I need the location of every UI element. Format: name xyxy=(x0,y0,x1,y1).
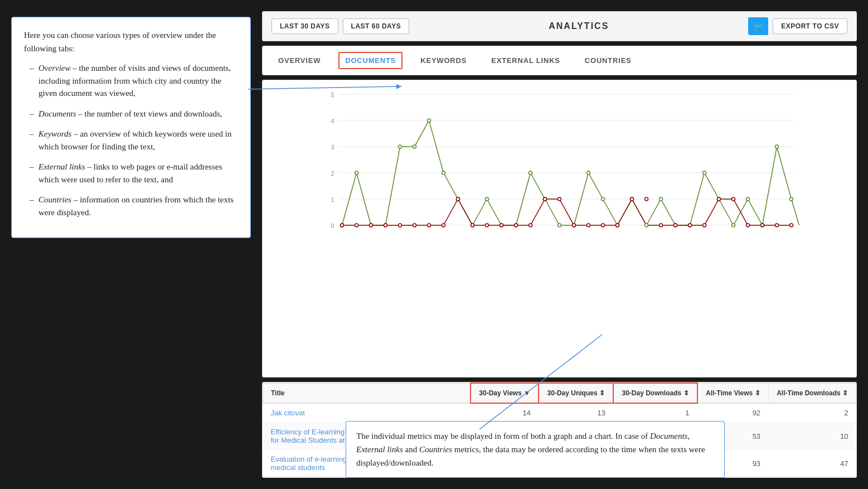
red-dot xyxy=(688,224,692,227)
red-dot xyxy=(631,197,634,201)
red-dot xyxy=(486,224,489,227)
col-alltime-downloads[interactable]: All-Time Downloads ⇕ xyxy=(768,383,856,403)
green-dot xyxy=(587,171,590,175)
help-tooltip-left: Here you can choose various types of ove… xyxy=(11,17,251,238)
line-chart: 0 1 2 3 4 5 xyxy=(274,91,845,236)
red-dot xyxy=(457,197,460,201)
y-label-0: 0 xyxy=(331,222,334,229)
list-item-documents: Documents – the number of text views and… xyxy=(30,108,238,120)
red-dot xyxy=(790,224,793,227)
row-downloadsall-2: 10 xyxy=(768,423,856,450)
page-title: ANALYTICS xyxy=(414,21,744,31)
col-30day-views[interactable]: 30-Day Views ▼ xyxy=(471,383,539,403)
red-dot xyxy=(660,224,663,227)
y-label-2: 2 xyxy=(331,170,334,177)
last-60-days-button[interactable]: LAST 60 DAYS xyxy=(343,18,410,34)
feature-list: Overview – the number of visits and view… xyxy=(24,62,238,219)
row-viewsall-1: 92 xyxy=(697,403,769,423)
red-dot xyxy=(515,224,518,227)
tab-external-links[interactable]: EXTERNAL LINKS xyxy=(484,52,567,69)
twitter-button[interactable]: 🐦 xyxy=(748,17,768,35)
col-alltime-views[interactable]: All-Time Views ⇕ xyxy=(697,383,769,403)
col-30day-uniques[interactable]: 30-Day Uniques ⇕ xyxy=(539,383,613,403)
export-csv-button[interactable]: EXPORT TO CSV xyxy=(773,18,847,34)
green-dot xyxy=(775,145,779,148)
green-dot xyxy=(602,197,605,201)
tab-documents[interactable]: DOCUMENTS xyxy=(338,52,403,69)
red-dot xyxy=(384,224,387,227)
row-title-1[interactable]: Jak citovat xyxy=(263,403,471,423)
green-dot xyxy=(486,197,489,201)
y-label-5: 5 xyxy=(331,91,334,98)
last-30-days-button[interactable]: LAST 30 DAYS xyxy=(271,18,338,34)
red-dot xyxy=(717,197,721,201)
tabs-bar: OVERVIEW DOCUMENTS KEYWORDS EXTERNAL LIN… xyxy=(262,46,857,75)
red-dot xyxy=(399,224,402,227)
red-dot xyxy=(761,224,764,227)
twitter-icon: 🐦 xyxy=(753,21,764,32)
list-item-countries: Countries – information on countries fro… xyxy=(30,193,238,219)
tab-overview[interactable]: OVERVIEW xyxy=(271,52,327,69)
green-dot xyxy=(529,171,532,175)
col-30day-downloads[interactable]: 30-Day Downloads ⇕ xyxy=(613,383,697,403)
tab-countries[interactable]: COUNTRIES xyxy=(578,52,638,69)
red-dot xyxy=(587,224,590,227)
green-dot xyxy=(645,224,648,227)
red-dot xyxy=(471,224,474,227)
tab-keywords[interactable]: KEYWORDS xyxy=(414,52,473,69)
red-dot xyxy=(529,224,532,227)
green-dot xyxy=(790,197,793,201)
red-dot xyxy=(703,224,706,227)
feature-label-countries: Countries xyxy=(38,195,71,204)
row-uniques30-1: 13 xyxy=(539,403,613,423)
bottom-tooltip-italic1: Documents xyxy=(650,432,688,440)
red-dot xyxy=(602,224,605,227)
feature-label-keywords: Keywords xyxy=(38,129,71,138)
bottom-tooltip-italic2: External links xyxy=(356,445,403,454)
red-dot xyxy=(428,224,431,227)
list-item-overview: Overview – the number of visits and view… xyxy=(30,62,238,100)
red-dot xyxy=(746,224,750,227)
row-views30-1: 14 xyxy=(471,403,539,423)
red-dot xyxy=(442,224,445,227)
red-dot xyxy=(544,197,547,201)
red-dot xyxy=(355,224,358,227)
intro-text: Here you can choose various types of ove… xyxy=(24,28,238,55)
y-label-4: 4 xyxy=(331,118,334,124)
col-title: Title xyxy=(263,383,471,403)
bottom-tooltip-italic3: Countries xyxy=(419,445,452,454)
help-tooltip-bottom: The individual metrics may be displayed … xyxy=(346,421,725,478)
red-dot xyxy=(674,224,677,227)
red-dot xyxy=(370,224,373,227)
table-header-row: Title 30-Day Views ▼ 30-Day Uniques ⇕ 30… xyxy=(263,383,856,403)
analytics-panel: LAST 30 DAYS LAST 60 DAYS ANALYTICS 🐦 EX… xyxy=(262,11,857,478)
row-downloads30-1: 1 xyxy=(613,403,697,423)
green-dot xyxy=(703,171,706,175)
red-dot xyxy=(500,224,503,227)
feature-label-external-links: External links xyxy=(38,162,85,171)
red-dot xyxy=(341,224,344,227)
red-dot xyxy=(732,197,735,201)
green-dot xyxy=(732,224,735,227)
table-row: Jak citovat 14 13 1 92 2 xyxy=(263,403,856,423)
green-dot xyxy=(399,145,402,148)
green-dot xyxy=(413,145,416,148)
top-toolbar: LAST 30 DAYS LAST 60 DAYS ANALYTICS 🐦 EX… xyxy=(262,11,857,41)
feature-label-overview: Overview xyxy=(38,64,70,72)
feature-label-documents: Documents xyxy=(38,109,76,118)
green-dot xyxy=(442,171,445,175)
feature-desc-documents: – the number of text views and downloads… xyxy=(76,109,222,118)
bottom-tooltip-text2: , xyxy=(687,432,690,440)
y-label-1: 1 xyxy=(331,196,334,203)
bottom-tooltip-text3: and xyxy=(403,445,419,454)
list-item-external-links: External links – links to web pages or e… xyxy=(30,161,238,186)
red-dot xyxy=(775,224,779,227)
green-dot xyxy=(355,171,358,175)
green-dot xyxy=(660,197,663,201)
list-item-keywords: Keywords – an overview of which keywords… xyxy=(30,128,238,153)
row-downloadsall-3: 47 xyxy=(768,450,856,477)
green-dot xyxy=(746,197,750,201)
red-dot xyxy=(573,224,576,227)
red-dot xyxy=(558,197,561,201)
row-downloadsall-1: 2 xyxy=(768,403,856,423)
